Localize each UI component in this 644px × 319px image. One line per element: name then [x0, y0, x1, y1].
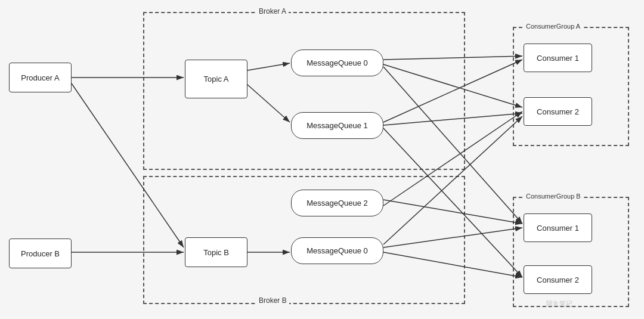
- consumer-2-a: Consumer 2: [524, 97, 592, 126]
- consumer-group-a-label: ConsumerGroup A: [524, 23, 583, 30]
- diagram: Broker A Broker B ConsumerGroup A Consum…: [0, 0, 644, 319]
- consumer-1-b: Consumer 1: [524, 213, 592, 242]
- mq2-broker-b: MessageQueue 2: [291, 190, 383, 216]
- mq0-broker-b: MessageQueue 0: [291, 237, 383, 264]
- topic-b: Topic B: [185, 237, 247, 267]
- mq1-broker-a: MessageQueue 1: [291, 112, 383, 139]
- producer-b: Producer B: [9, 239, 72, 268]
- watermark: 阿丸笔记: [546, 299, 572, 308]
- mq0-broker-a: MessageQueue 0: [291, 49, 383, 76]
- consumer-1-a: Consumer 1: [524, 44, 592, 72]
- producer-a: Producer A: [9, 63, 72, 92]
- broker-b-label: Broker B: [256, 296, 289, 305]
- consumer-2-b: Consumer 2: [524, 265, 592, 294]
- consumer-group-b-label: ConsumerGroup B: [524, 193, 583, 200]
- topic-a: Topic A: [185, 60, 247, 98]
- broker-a-label: Broker A: [256, 7, 289, 16]
